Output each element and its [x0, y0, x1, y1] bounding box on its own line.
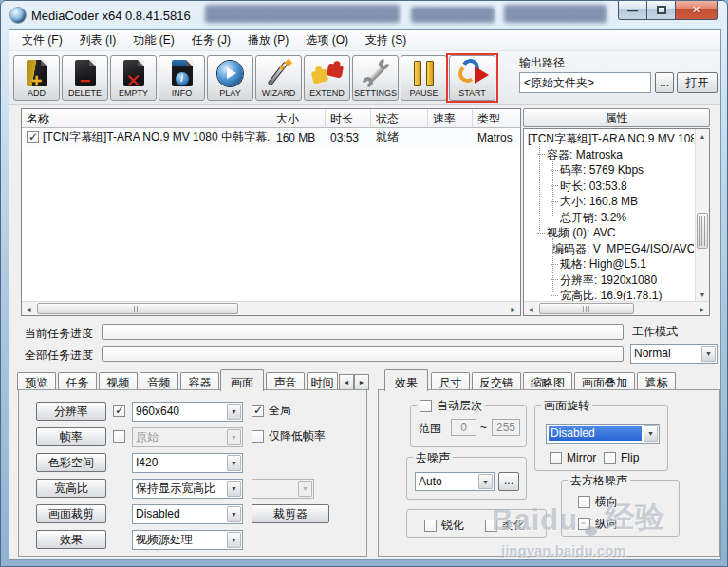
tab-task[interactable]: 任务	[58, 372, 97, 390]
tab-video[interactable]: 视频	[99, 372, 138, 390]
crop-select[interactable]: Disabled ▼	[132, 504, 243, 524]
mirror-row[interactable]: Mirror	[550, 451, 596, 464]
menu-list[interactable]: 列表 (I)	[71, 29, 125, 51]
empty-button[interactable]: ✕ EMPTY	[110, 55, 157, 101]
chevron-down-icon[interactable]: ▼	[227, 532, 241, 548]
tab-preview[interactable]: 预览	[17, 372, 56, 390]
work-mode-select[interactable]: Normal ▼	[630, 344, 718, 364]
column-rate[interactable]: 速率	[428, 109, 473, 128]
column-name[interactable]: 名称	[22, 109, 271, 128]
resolution-button[interactable]: 分辨率	[36, 402, 106, 421]
column-duration[interactable]: 时长	[326, 109, 371, 128]
framerate-checkbox[interactable]	[113, 430, 125, 443]
framerate-button[interactable]: 帧率	[36, 427, 106, 446]
tree-item[interactable]: 码率: 5769 Kbps	[526, 162, 694, 179]
effects-button[interactable]: 效果	[36, 530, 106, 549]
chevron-down-icon[interactable]: ▼	[478, 474, 493, 489]
output-path-input[interactable]: <原始文件夹>	[519, 72, 651, 93]
tab-container[interactable]: 容器	[180, 372, 219, 390]
delete-button[interactable]: − DELETE	[62, 55, 108, 101]
tree-item[interactable]: 大小: 160.8 MB	[526, 194, 694, 210]
settings-button[interactable]: SETTINGS	[352, 55, 399, 101]
effects-select[interactable]: 视频源处理 ▼	[132, 530, 243, 550]
tab-effects[interactable]: 效果	[384, 369, 428, 391]
column-status[interactable]: 状态	[371, 109, 428, 128]
deblock-horizontal-checkbox[interactable]	[578, 496, 590, 508]
maximize-button[interactable]	[646, 1, 676, 20]
scroll-left-icon[interactable]: ◄	[524, 302, 538, 315]
denoise-select[interactable]: Auto ▼	[415, 472, 495, 491]
menu-options[interactable]: 选项 (O)	[297, 29, 357, 51]
column-size[interactable]: 大小	[271, 109, 326, 128]
soften-checkbox[interactable]	[485, 520, 497, 532]
tab-thumbnail[interactable]: 缩略图	[523, 372, 572, 390]
row-checkbox[interactable]	[27, 131, 39, 143]
scroll-up-icon[interactable]: ▲	[696, 129, 709, 142]
tab-time[interactable]: 时间	[307, 372, 338, 390]
file-list-hscrollbar[interactable]: ◄ ►	[22, 301, 520, 315]
tab-audio[interactable]: 音频	[140, 372, 178, 390]
start-button[interactable]: START	[449, 55, 495, 101]
chevron-down-icon[interactable]: ▼	[644, 425, 658, 442]
scroll-right-icon[interactable]: ►	[695, 302, 709, 315]
scroll-left-icon[interactable]: ◄	[22, 302, 36, 315]
menu-playback[interactable]: 播放 (P)	[239, 29, 297, 51]
tab-scroll-left-icon[interactable]: ◄	[339, 374, 354, 390]
tree-item[interactable]: 宽高比: 16:9(1.78:1)	[526, 288, 694, 301]
chevron-down-icon[interactable]: ▼	[227, 455, 241, 471]
chevron-down-icon[interactable]: ▼	[227, 404, 241, 420]
close-button[interactable]: ✕	[675, 1, 718, 20]
chevron-down-icon[interactable]: ▼	[227, 506, 241, 522]
menu-file[interactable]: 文件 (F)	[13, 29, 71, 51]
deblock-horizontal-row[interactable]: 横向	[578, 494, 618, 510]
extend-button[interactable]: EXTEND	[304, 55, 350, 101]
colorspace-select[interactable]: I420 ▼	[132, 453, 243, 473]
pause-button[interactable]: PAUSE	[401, 55, 447, 101]
flip-row[interactable]: Flip	[604, 451, 639, 464]
soften-row[interactable]: 柔化	[485, 518, 525, 534]
global-checkbox-row[interactable]: 全局	[252, 403, 291, 419]
wizard-button[interactable]: WIZARD	[255, 55, 302, 101]
scroll-down-icon[interactable]: ▼	[696, 288, 709, 301]
tab-mask[interactable]: 遮标	[637, 372, 676, 390]
range-max-input[interactable]	[492, 419, 520, 436]
scroll-right-icon[interactable]: ►	[506, 302, 520, 315]
open-folder-button[interactable]: 打开	[677, 72, 718, 93]
deblock-vertical-checkbox[interactable]	[578, 518, 590, 530]
mirror-checkbox[interactable]	[550, 452, 562, 464]
denoise-more-button[interactable]: ...	[498, 472, 519, 491]
play-button[interactable]: PLAY	[207, 55, 253, 101]
properties-vscrollbar[interactable]: ▲ ▼	[695, 129, 709, 301]
tree-item[interactable]: [TCN字幕组]T-ARA NO.9 MV 1080 中	[526, 131, 694, 147]
cropper-button[interactable]: 裁剪器	[252, 504, 329, 523]
chevron-down-icon[interactable]: ▼	[701, 346, 716, 362]
aspect-ratio-select[interactable]: 保持显示宽高比 ▼	[132, 479, 243, 499]
rotation-select[interactable]: Disabled ▼	[546, 424, 660, 444]
menu-support[interactable]: 支持 (S)	[357, 29, 415, 51]
tab-sound[interactable]: 声音	[266, 372, 305, 390]
colorspace-button[interactable]: 色彩空间	[36, 453, 106, 472]
properties-header[interactable]: 属性	[523, 108, 710, 127]
minimize-button[interactable]: —	[618, 1, 647, 20]
sharpen-checkbox[interactable]	[424, 520, 437, 532]
chevron-down-icon[interactable]: ▼	[227, 481, 241, 497]
tree-item[interactable]: 总开销: 3.2%	[526, 210, 694, 226]
aspect-ratio-button[interactable]: 宽高比	[36, 479, 106, 498]
column-type[interactable]: 类型	[473, 109, 520, 128]
tab-size[interactable]: 尺寸	[431, 372, 470, 390]
resolution-checkbox[interactable]	[113, 405, 125, 417]
tree-item[interactable]: 时长: 03:53.8	[526, 179, 694, 195]
lower-framerate-checkbox[interactable]	[252, 430, 264, 443]
lower-framerate-row[interactable]: 仅降低帧率	[252, 428, 326, 444]
add-button[interactable]: + ADD	[13, 55, 60, 101]
tree-item[interactable]: 编码器: V_MPEG4/ISO/AVC	[526, 241, 694, 257]
scrollbar-thumb[interactable]	[37, 303, 238, 314]
deblock-vertical-row[interactable]: 纵向	[578, 516, 618, 532]
tree-item[interactable]: 规格: High@L5.1	[526, 256, 694, 273]
browse-button[interactable]: ...	[655, 72, 674, 93]
tree-item[interactable]: 分辨率: 1920x1080	[526, 273, 694, 289]
sharpen-row[interactable]: 锐化	[424, 518, 464, 534]
tab-overlay[interactable]: 画面叠加	[574, 372, 635, 390]
properties-hscrollbar[interactable]: ◄ ►	[524, 301, 709, 315]
menu-features[interactable]: 功能 (E)	[124, 29, 182, 51]
